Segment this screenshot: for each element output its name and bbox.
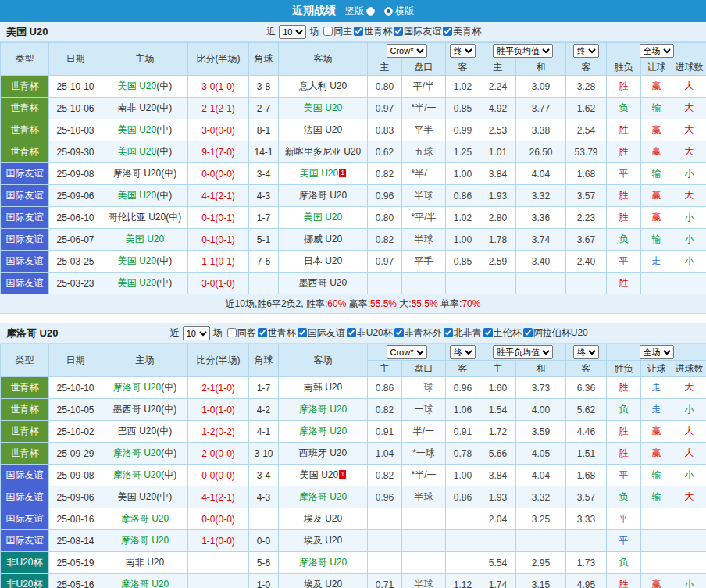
result-cell: 胜 [607, 273, 641, 294]
odds-cell: 0.82 [368, 163, 402, 185]
filter-checkbox[interactable] [443, 27, 452, 36]
competition-filter[interactable]: 非U20杯 [347, 326, 393, 340]
section-usa-u20: 美国 U20 近 10 场 同主世青杯国际友谊美青杯 类型 日期 主场 比分(半… [0, 22, 706, 314]
competition-filter[interactable]: 非青杯外 [394, 326, 442, 340]
score-cell: 1-2(0-2) [188, 421, 249, 443]
match-count-select[interactable]: 10 [183, 326, 210, 340]
odds-cell [368, 508, 402, 530]
layout-option-vertical-label: 竖版 [345, 5, 364, 18]
final-odds-select[interactable]: 终 [573, 345, 599, 359]
result-cell: 小 [672, 251, 706, 273]
competition-filter[interactable]: 世青杯 [258, 326, 296, 340]
competition-filter[interactable]: 世青杯 [354, 25, 392, 38]
filter-checkbox[interactable] [258, 328, 267, 337]
away-team-name: 埃及 U20 [304, 579, 342, 588]
odds-cell [446, 273, 480, 294]
scope-select[interactable]: 全场 [640, 44, 674, 58]
away-team-name: 埃及 U20 [304, 535, 342, 546]
neutral-ground-mark: (中) [156, 190, 172, 201]
filter-checkbox[interactable] [394, 27, 403, 36]
home-team-name: 南非 U20 [126, 557, 164, 568]
filter-checkbox[interactable] [444, 328, 453, 337]
home-team-name: 美国 U20 [118, 277, 156, 288]
match-count-select[interactable]: 10 [279, 25, 306, 39]
result-cell: 赢 [641, 119, 672, 141]
competition-filter[interactable]: 同客 [227, 326, 256, 340]
final-odds-select[interactable]: 终 [450, 44, 476, 58]
layout-option-horizontal[interactable]: 横版 [384, 5, 414, 18]
final-odds-select[interactable]: 终 [573, 44, 599, 58]
filter-checkbox[interactable] [394, 328, 404, 337]
competition-filter[interactable]: 国际友谊 [394, 25, 441, 38]
match-row: 国际友谊25-08-14摩洛哥 U201-1(0-0)0-0埃及 U20平 [1, 530, 706, 552]
result-cell [672, 530, 706, 552]
away-team-name: 墨西哥 U20 [299, 277, 347, 288]
radio-icon[interactable] [384, 7, 393, 16]
home-team-name: 摩洛哥 U20 [121, 535, 169, 546]
result-cell: 胜 [607, 377, 641, 399]
corner-cell: 4-1 [249, 421, 279, 443]
result-cell: 赢 [641, 185, 672, 207]
filter-checkbox[interactable] [523, 328, 533, 337]
avg-odds-cell [566, 273, 607, 294]
result-cell: 赢 [641, 421, 672, 443]
match-row: 世青杯25-09-30美国 U20(中)9-1(7-0)14-1新喀里多尼亚 U… [1, 141, 706, 163]
result-cell: 胜 [607, 421, 641, 443]
competition-filter[interactable]: 国际友谊 [298, 326, 345, 340]
avg-odds-cell: 3.32 [516, 486, 566, 508]
corner-cell: 1-7 [249, 207, 279, 229]
filter-checkbox[interactable] [483, 328, 493, 337]
corner-cell: 3-8 [249, 76, 279, 98]
away-team-cell: 埃及 U20 [279, 530, 368, 552]
filter-checkbox[interactable] [323, 27, 333, 36]
subcol-odds-home: 主 [368, 361, 402, 377]
final-odds-select[interactable]: 终 [450, 345, 476, 359]
col-home: 主场 [102, 344, 188, 377]
neutral-ground-mark: (中) [156, 277, 172, 288]
avg-odds-cell: 2.40 [566, 251, 607, 273]
filter-checkbox[interactable] [227, 328, 237, 337]
result-cell: 小 [672, 399, 706, 421]
col-corner: 角球 [249, 43, 279, 76]
result-cell: 大 [672, 185, 706, 207]
avg-odds-select[interactable]: 胜平负均值 [493, 345, 553, 359]
result-cell: 大 [672, 377, 706, 399]
avg-odds-cell: 3.77 [516, 98, 566, 119]
avg-odds-cell: 3.59 [516, 421, 566, 443]
competition-filter[interactable]: 同主 [323, 25, 352, 38]
filter-checkbox[interactable] [298, 328, 307, 337]
odds-cell [402, 552, 446, 574]
col-score: 比分(半场) [188, 344, 249, 377]
odds-cell: 半球 [402, 486, 446, 508]
filter-checkbox[interactable] [347, 328, 356, 337]
result-cell [672, 273, 706, 294]
corner-cell: 0-0 [249, 530, 279, 552]
summary-segment: 55.5% [412, 298, 438, 309]
competition-filter[interactable]: 北非青 [444, 326, 482, 340]
away-team-cell: 美国 U20 [279, 98, 368, 119]
competition-type-cell: 国际友谊 [1, 229, 49, 251]
corner-cell: 1-0 [249, 574, 279, 588]
odds-company-select[interactable]: Crow* [387, 44, 427, 58]
match-row: 世青杯25-10-05墨西哥 U20(中)1-0(1-0)4-2摩洛哥 U200… [1, 399, 706, 421]
competition-filter[interactable]: 土伦杯 [483, 326, 522, 340]
scope-select[interactable]: 全场 [640, 345, 674, 359]
home-team-cell: 巴西 U20(中) [102, 421, 188, 443]
avg-odds-cell: 3.15 [516, 574, 566, 588]
odds-cell: *半/一 [402, 163, 446, 185]
competition-filter[interactable]: 美青杯 [443, 25, 481, 38]
radio-icon[interactable] [366, 7, 375, 16]
odds-cell: 平手 [402, 251, 446, 273]
competition-filter[interactable]: 阿拉伯杯U20 [523, 326, 588, 340]
odds-cell: 半/一 [402, 421, 446, 443]
layout-option-vertical[interactable]: 竖版 [345, 5, 375, 18]
filter-checkbox[interactable] [354, 27, 363, 36]
corner-cell: 2-7 [249, 98, 279, 119]
filter-label: 美青杯 [453, 25, 481, 38]
corner-cell: 5-6 [249, 552, 279, 574]
avg-odds-select[interactable]: 胜平负均值 [493, 44, 553, 58]
avg-odds-cell: 1.93 [480, 185, 516, 207]
competition-type-cell: 世青杯 [1, 119, 49, 141]
topbar: 近期战绩 竖版 横版 [0, 0, 706, 22]
odds-company-select[interactable]: Crow* [387, 345, 427, 359]
